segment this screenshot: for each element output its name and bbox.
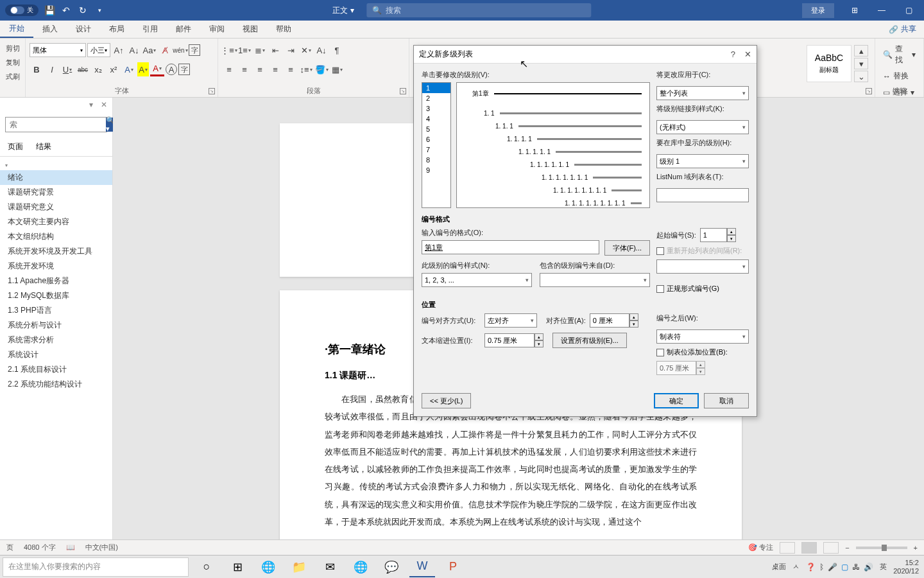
- font-dialog-launcher[interactable]: ↘: [209, 88, 215, 94]
- subscript-button[interactable]: x₂: [91, 62, 105, 76]
- tab-layout[interactable]: 布局: [100, 21, 133, 38]
- font-size-combo[interactable]: 小三▾: [87, 43, 110, 57]
- status-language[interactable]: 中文(中国): [85, 543, 118, 552]
- distribute-icon[interactable]: ≡: [284, 62, 298, 76]
- document-name[interactable]: 正文 ▾: [332, 5, 354, 16]
- restart-checkbox[interactable]: [656, 247, 664, 255]
- level-item[interactable]: 9: [422, 165, 450, 175]
- listnum-input[interactable]: [656, 188, 749, 202]
- styles-up-icon[interactable]: ▴: [854, 45, 868, 57]
- link-style-combo[interactable]: (无样式): [656, 120, 749, 134]
- asian-layout-icon[interactable]: ✕: [299, 43, 313, 57]
- char-border-icon[interactable]: A: [166, 64, 177, 75]
- tray-network-icon[interactable]: 🖧: [852, 563, 860, 572]
- copy-button[interactable]: 复制: [4, 55, 21, 69]
- border-char-icon[interactable]: 字: [189, 44, 200, 56]
- clock-time[interactable]: 15:2: [893, 559, 919, 566]
- tray-graphics-icon[interactable]: ▢: [841, 563, 848, 572]
- align-at-spinner[interactable]: ▴▾: [590, 313, 638, 328]
- line-spacing-icon[interactable]: ↕≡: [299, 62, 313, 76]
- tab-mail[interactable]: 邮件: [167, 21, 200, 38]
- level-item[interactable]: 4: [422, 114, 450, 124]
- font-color-icon[interactable]: A: [150, 62, 164, 76]
- powerpoint-icon[interactable]: P: [440, 557, 466, 577]
- maximize-button[interactable]: ▢: [896, 1, 921, 19]
- find-button[interactable]: 🔍查找 ▾: [879, 41, 920, 68]
- nav-tab-results[interactable]: 结果: [36, 141, 51, 152]
- ok-button[interactable]: 确定: [654, 393, 699, 408]
- tray-help-icon[interactable]: ❓: [806, 563, 816, 572]
- styles-dialog-launcher[interactable]: ↘: [866, 88, 872, 94]
- status-page[interactable]: 页: [6, 543, 13, 552]
- status-proof-icon[interactable]: 📖: [66, 543, 75, 552]
- nav-item[interactable]: 本文组织结构: [0, 229, 112, 244]
- redo-icon[interactable]: ↻: [77, 4, 89, 16]
- clock-date[interactable]: 2020/12: [893, 567, 919, 575]
- qat-more-icon[interactable]: ▾: [94, 4, 105, 16]
- indent-spinner[interactable]: ▴▾: [484, 333, 543, 347]
- strikethrough-button[interactable]: abc: [76, 62, 90, 76]
- status-wordcount[interactable]: 4080 个字: [24, 543, 56, 552]
- zoom-slider[interactable]: [856, 547, 907, 549]
- level-item[interactable]: 1: [422, 83, 450, 93]
- taskbar-search-input[interactable]: 在这里输入你要搜索的内容: [3, 557, 189, 577]
- clear-format-icon[interactable]: A̸: [158, 43, 172, 57]
- change-case-icon[interactable]: Aa: [142, 43, 157, 57]
- view-print-icon[interactable]: [801, 542, 817, 554]
- nav-item[interactable]: 系统需求分析: [0, 333, 112, 347]
- legal-checkbox[interactable]: [656, 285, 664, 293]
- level-item[interactable]: 6: [422, 134, 450, 144]
- numstyle-combo[interactable]: 1, 2, 3, ...: [422, 273, 532, 287]
- zoom-out-icon[interactable]: −: [845, 544, 849, 552]
- nav-headings-list[interactable]: ▾ 绪论 课题研究背景 课题研究意义 本文研究主要内容 本文组织结构 系统开发环…: [0, 157, 112, 392]
- tab-design[interactable]: 设计: [67, 21, 100, 38]
- dialog-close-icon[interactable]: ✕: [744, 49, 751, 59]
- tray-chevron-icon[interactable]: ㅅ: [792, 562, 800, 572]
- multilevel-list-icon[interactable]: ≣: [253, 43, 267, 57]
- phonetic-guide-icon[interactable]: wén: [173, 43, 187, 57]
- undo-icon[interactable]: ↶: [60, 4, 72, 16]
- tab-help[interactable]: 帮助: [267, 21, 300, 38]
- tab-references[interactable]: 引用: [133, 21, 167, 38]
- tray-bluetooth-icon[interactable]: ᛒ: [819, 563, 824, 572]
- superscript-button[interactable]: x²: [107, 62, 121, 76]
- highlight-icon[interactable]: A: [137, 62, 149, 76]
- nav-item[interactable]: 1.2 MySQL数据库: [0, 288, 112, 303]
- align-combo[interactable]: 左对齐: [484, 313, 537, 328]
- level-item[interactable]: 3: [422, 103, 450, 114]
- nav-item[interactable]: 1.3 PHP语言: [0, 303, 112, 318]
- task-view-icon[interactable]: ⊞: [225, 557, 250, 577]
- tab-add-checkbox[interactable]: [656, 349, 664, 356]
- level-item[interactable]: 7: [422, 144, 450, 155]
- word-icon[interactable]: W: [409, 557, 435, 577]
- styles-more-icon[interactable]: ⌄: [854, 71, 868, 82]
- nav-item[interactable]: ▾: [0, 161, 112, 170]
- start-at-spinner[interactable]: ▴▾: [700, 228, 736, 242]
- dialog-help-icon[interactable]: ?: [731, 49, 735, 59]
- nav-search-input[interactable]: 🔍▾: [5, 117, 107, 132]
- tray-mic-icon[interactable]: 🎤: [828, 563, 837, 572]
- level-item[interactable]: 5: [422, 124, 450, 134]
- paragraph-dialog-launcher[interactable]: ↘: [400, 88, 406, 94]
- login-button[interactable]: 登录: [802, 3, 834, 18]
- search-box[interactable]: 🔍 搜索: [367, 3, 592, 17]
- nav-item[interactable]: 系统设计: [0, 347, 112, 362]
- replace-button[interactable]: ↔替换: [879, 68, 920, 84]
- nav-item[interactable]: 1.1 Apache服务器: [0, 274, 112, 288]
- font-dialog-button[interactable]: 字体(F)...: [604, 240, 650, 256]
- italic-button[interactable]: I: [45, 62, 59, 76]
- nav-item[interactable]: 课题研究意义: [0, 200, 112, 215]
- tab-view[interactable]: 视图: [234, 21, 267, 38]
- nav-item[interactable]: 绪论: [0, 170, 112, 185]
- bold-button[interactable]: B: [30, 62, 44, 76]
- underline-button[interactable]: U: [60, 62, 74, 76]
- bullets-icon[interactable]: ⋮≡: [222, 43, 236, 57]
- justify-icon[interactable]: ≡: [268, 62, 282, 76]
- font-name-combo[interactable]: 黑体▾: [30, 43, 86, 57]
- align-center-icon[interactable]: ≡: [237, 62, 252, 76]
- align-left-icon[interactable]: ≡: [222, 62, 236, 76]
- cortana-icon[interactable]: ○: [194, 557, 219, 577]
- show-marks-icon[interactable]: ¶: [330, 43, 344, 57]
- nav-dropdown-icon[interactable]: ▾: [89, 100, 93, 109]
- tab-home[interactable]: 开始: [0, 21, 33, 38]
